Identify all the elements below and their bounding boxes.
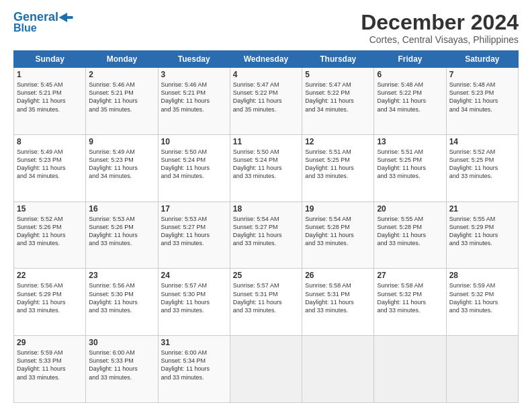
table-row [302, 336, 374, 403]
logo-text: General [13, 11, 58, 23]
day-number: 4 [233, 70, 299, 79]
logo-blue-text: Blue [13, 23, 37, 34]
cell-text: Sunrise: 5:49 AM [89, 148, 154, 156]
cell-text: and 33 minutes. [377, 172, 443, 180]
table-row: 27Sunrise: 5:58 AMSunset: 5:32 PMDayligh… [374, 269, 446, 336]
cell-text: Daylight: 11 hours [17, 97, 83, 105]
cell-text: Sunrise: 5:47 AM [305, 81, 371, 89]
cell-text: Sunrise: 5:58 AM [305, 281, 371, 289]
cell-text: and 35 minutes. [89, 105, 154, 113]
cell-text: Sunset: 5:34 PM [161, 357, 227, 365]
cell-text: and 35 minutes. [17, 105, 83, 113]
calendar-row-3: 15Sunrise: 5:52 AMSunset: 5:26 PMDayligh… [14, 201, 519, 269]
cell-text: and 33 minutes. [233, 172, 299, 180]
cell-text: Sunset: 5:22 PM [377, 89, 443, 97]
cell-text: and 33 minutes. [161, 373, 227, 381]
cell-text: Sunset: 5:23 PM [449, 89, 515, 97]
cell-text: Sunset: 5:22 PM [305, 89, 371, 97]
calendar-header-row: Sunday Monday Tuesday Wednesday Thursday… [14, 51, 519, 68]
cell-text: Sunset: 5:25 PM [305, 156, 371, 164]
cell-text: and 33 minutes. [377, 306, 443, 314]
cell-text: and 33 minutes. [449, 172, 515, 180]
cell-text: and 33 minutes. [305, 172, 371, 180]
cell-text: and 34 minutes. [161, 172, 227, 180]
table-row: 29Sunrise: 5:59 AMSunset: 5:33 PMDayligh… [14, 336, 86, 403]
table-row: 9Sunrise: 5:49 AMSunset: 5:23 PMDaylight… [86, 134, 158, 201]
day-number: 25 [233, 271, 299, 280]
day-number: 6 [377, 70, 443, 79]
cell-text: Sunset: 5:21 PM [161, 89, 227, 97]
cell-text: Sunrise: 5:49 AM [17, 148, 83, 156]
table-row: 16Sunrise: 5:53 AMSunset: 5:26 PMDayligh… [86, 201, 158, 269]
cell-text: Sunset: 5:31 PM [305, 290, 371, 298]
day-number: 24 [161, 271, 227, 280]
cell-text: Sunset: 5:30 PM [161, 290, 227, 298]
cell-text: Sunset: 5:26 PM [17, 223, 83, 231]
table-row: 6Sunrise: 5:48 AMSunset: 5:22 PMDaylight… [374, 68, 446, 135]
table-row [374, 336, 446, 403]
day-number: 7 [449, 70, 515, 79]
cell-text: and 33 minutes. [233, 306, 299, 314]
day-number: 13 [377, 137, 443, 146]
day-number: 5 [305, 70, 371, 79]
cell-text: Daylight: 11 hours [305, 298, 371, 306]
table-row: 17Sunrise: 5:53 AMSunset: 5:27 PMDayligh… [158, 201, 230, 269]
cell-text: Sunrise: 5:56 AM [89, 281, 154, 289]
cell-text: Sunset: 5:28 PM [305, 223, 371, 231]
calendar-row-1: 1Sunrise: 5:45 AMSunset: 5:21 PMDaylight… [14, 68, 519, 135]
day-number: 2 [89, 70, 154, 79]
location: Cortes, Central Visayas, Philippines [361, 34, 519, 45]
header-saturday: Saturday [446, 51, 518, 68]
cell-text: Sunrise: 5:48 AM [449, 81, 515, 89]
table-row: 22Sunrise: 5:56 AMSunset: 5:29 PMDayligh… [14, 269, 86, 336]
day-number: 26 [305, 271, 371, 280]
cell-text: Sunset: 5:21 PM [89, 89, 154, 97]
cell-text: Daylight: 11 hours [161, 164, 227, 172]
cell-text: Sunset: 5:27 PM [161, 223, 227, 231]
table-row: 13Sunrise: 5:51 AMSunset: 5:25 PMDayligh… [374, 134, 446, 201]
svg-marker-0 [59, 13, 73, 22]
cell-text: Sunrise: 5:53 AM [161, 215, 227, 223]
cell-text: and 33 minutes. [89, 373, 154, 381]
day-number: 12 [305, 137, 371, 146]
cell-text: and 33 minutes. [17, 239, 83, 247]
table-row: 1Sunrise: 5:45 AMSunset: 5:21 PMDaylight… [14, 68, 86, 135]
cell-text: Sunrise: 5:57 AM [233, 281, 299, 289]
table-row: 7Sunrise: 5:48 AMSunset: 5:23 PMDaylight… [446, 68, 518, 135]
day-number: 3 [161, 70, 227, 79]
cell-text: Sunset: 5:25 PM [449, 156, 515, 164]
cell-text: Sunrise: 5:46 AM [89, 81, 154, 89]
page: General Blue December 2024 Cortes, Centr… [0, 0, 532, 411]
month-title: December 2024 [361, 11, 519, 34]
cell-text: Daylight: 11 hours [449, 164, 515, 172]
cell-text: Sunrise: 5:51 AM [305, 148, 371, 156]
calendar-row-5: 29Sunrise: 5:59 AMSunset: 5:33 PMDayligh… [14, 336, 519, 403]
cell-text: Sunrise: 5:57 AM [161, 281, 227, 289]
calendar-row-4: 22Sunrise: 5:56 AMSunset: 5:29 PMDayligh… [14, 269, 519, 336]
header-friday: Friday [374, 51, 446, 68]
title-area: December 2024 Cortes, Central Visayas, P… [361, 11, 519, 45]
cell-text: Sunset: 5:27 PM [233, 223, 299, 231]
cell-text: Sunrise: 5:50 AM [161, 148, 227, 156]
day-number: 11 [233, 137, 299, 146]
table-row: 11Sunrise: 5:50 AMSunset: 5:24 PMDayligh… [230, 134, 302, 201]
cell-text: and 33 minutes. [17, 373, 83, 381]
day-number: 20 [377, 204, 443, 214]
cell-text: Sunrise: 5:52 AM [449, 148, 515, 156]
table-row [446, 336, 518, 403]
header-wednesday: Wednesday [230, 51, 302, 68]
cell-text: and 33 minutes. [161, 306, 227, 314]
cell-text: and 33 minutes. [89, 306, 154, 314]
cell-text: and 35 minutes. [161, 105, 227, 113]
cell-text: Daylight: 11 hours [161, 97, 227, 105]
table-row: 4Sunrise: 5:47 AMSunset: 5:22 PMDaylight… [230, 68, 302, 135]
header-monday: Monday [86, 51, 158, 68]
cell-text: Daylight: 11 hours [89, 231, 154, 239]
cell-text: Daylight: 11 hours [17, 164, 83, 172]
table-row: 21Sunrise: 5:55 AMSunset: 5:29 PMDayligh… [446, 201, 518, 269]
table-row: 28Sunrise: 5:59 AMSunset: 5:32 PMDayligh… [446, 269, 518, 336]
cell-text: Sunrise: 5:55 AM [449, 215, 515, 223]
cell-text: and 34 minutes. [17, 172, 83, 180]
table-row: 14Sunrise: 5:52 AMSunset: 5:25 PMDayligh… [446, 134, 518, 201]
day-number: 17 [161, 204, 227, 214]
